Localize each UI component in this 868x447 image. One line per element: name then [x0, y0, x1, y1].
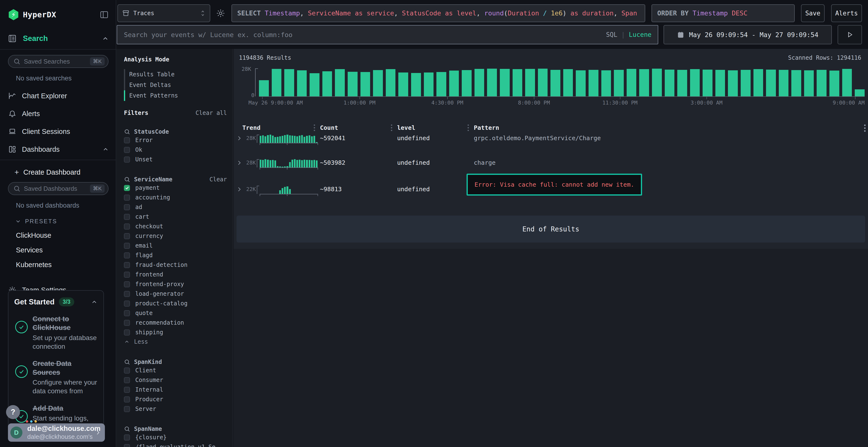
filter-checkbox-client[interactable]: Client: [124, 366, 227, 375]
checkbox-icon[interactable]: [124, 204, 130, 210]
chevron-up-icon[interactable]: [102, 35, 109, 42]
histogram-bar[interactable]: [703, 70, 712, 96]
chevron-up-icon[interactable]: [91, 299, 98, 305]
pattern-value[interactable]: Error: Visa cache full: cannot add new i…: [474, 180, 863, 196]
source-settings-button[interactable]: [215, 8, 227, 18]
clear-all-filters-link[interactable]: Clear all: [195, 110, 227, 116]
sidebar-collapse-icon[interactable]: [99, 10, 109, 19]
histogram-bar[interactable]: [259, 80, 269, 96]
histogram-bar[interactable]: [348, 72, 358, 96]
filter-checkbox-frontend-proxy[interactable]: frontend-proxy: [124, 280, 227, 289]
histogram-bar[interactable]: [842, 69, 852, 96]
histogram-bar[interactable]: [576, 70, 586, 96]
filter-checkbox-flagd[interactable]: flagd: [124, 251, 227, 260]
checkbox-icon[interactable]: [124, 157, 130, 163]
histogram-bar[interactable]: [513, 69, 523, 96]
histogram-bar[interactable]: [386, 69, 396, 96]
filter-checkbox-unset[interactable]: Unset: [124, 155, 227, 164]
analysis-mode-event-deltas[interactable]: Event Deltas: [124, 80, 227, 90]
filter-checkbox-internal[interactable]: Internal: [124, 385, 227, 394]
pattern-value[interactable]: charge: [474, 159, 863, 166]
histogram-bar[interactable]: [500, 69, 510, 96]
checkbox-icon[interactable]: [124, 444, 130, 447]
help-button[interactable]: ?: [6, 405, 20, 419]
checkbox-icon[interactable]: [124, 147, 130, 153]
checkbox-icon[interactable]: [124, 406, 130, 412]
column-resize-handle[interactable]: [391, 124, 392, 132]
lucene-mode-label[interactable]: Lucene: [629, 31, 651, 38]
filter-checkbox-recommendation[interactable]: recommendation: [124, 318, 227, 327]
filter-checkbox-payment[interactable]: payment: [124, 183, 227, 193]
checklist-item-connect[interactable]: Connect to ClickHouse Set up your databa…: [14, 314, 98, 351]
checkbox-icon[interactable]: [124, 397, 130, 403]
sidebar-item-dashboards[interactable]: Dashboards: [8, 145, 109, 153]
sidebar-item-client-sessions[interactable]: Client Sessions: [8, 128, 109, 136]
histogram-bar[interactable]: [715, 70, 725, 96]
presets-toggle[interactable]: PRESETS: [15, 218, 116, 225]
filter-checkbox-email[interactable]: email: [124, 241, 227, 250]
saved-dashboards-search[interactable]: ⌘K: [8, 182, 108, 195]
histogram-bar[interactable]: [297, 70, 307, 96]
column-resize-handle[interactable]: [467, 124, 469, 132]
histogram-bar[interactable]: [589, 70, 598, 96]
checkbox-icon[interactable]: [124, 330, 130, 336]
analysis-mode-event-patterns[interactable]: Event Patterns: [124, 90, 227, 101]
filter-checkbox-ad[interactable]: ad: [124, 203, 227, 212]
sidebar-item-chart-explorer[interactable]: Chart Explorer: [8, 92, 109, 100]
create-dashboard-button[interactable]: + Create Dashboard: [14, 168, 109, 177]
checkbox-icon[interactable]: [124, 224, 130, 230]
histogram-bar[interactable]: [652, 69, 662, 96]
filter-checkbox--closure-[interactable]: {closure}: [124, 433, 227, 442]
filter-checkbox-accounting[interactable]: accounting: [124, 193, 227, 202]
query-language-toggle[interactable]: SQL | Lucene: [606, 26, 651, 44]
histogram-bar[interactable]: [310, 73, 319, 96]
order-by-editor[interactable]: ORDER BY Timestamp DESC: [651, 4, 795, 22]
histogram-bar[interactable]: [487, 69, 497, 96]
histogram-bar[interactable]: [728, 70, 738, 96]
histogram-bar[interactable]: [563, 69, 573, 96]
histogram-bar[interactable]: [462, 70, 472, 96]
filter-checkbox-product-catalog[interactable]: product-catalog: [124, 299, 227, 308]
run-query-button[interactable]: [838, 25, 862, 44]
checkbox-icon[interactable]: [124, 310, 130, 316]
filter-group-clear-link[interactable]: Clear: [210, 176, 227, 183]
checkbox-icon[interactable]: [124, 233, 130, 239]
filter-checkbox-load-generator[interactable]: load-generator: [124, 289, 227, 299]
filter-checkbox-ok[interactable]: Ok: [124, 145, 227, 154]
histogram-bar[interactable]: [436, 72, 446, 96]
preset-item-services[interactable]: Services: [16, 246, 116, 254]
analysis-mode-results-table[interactable]: Results Table: [124, 69, 227, 80]
event-search-bar[interactable]: SQL | Lucene: [117, 25, 658, 44]
histogram-bar[interactable]: [804, 70, 814, 96]
filter-checkbox--flagd-evaluation-v1-se-[interactable]: /flagd.evaluation.v1.Se…: [124, 442, 227, 447]
filter-checkbox-fraud-detection[interactable]: fraud-detection: [124, 260, 227, 270]
sql-mode-label[interactable]: SQL: [606, 31, 617, 38]
histogram-bar[interactable]: [817, 70, 827, 96]
preset-item-clickhouse[interactable]: ClickHouse: [16, 232, 116, 239]
histogram-bar[interactable]: [766, 70, 776, 96]
histogram-bar[interactable]: [373, 70, 383, 96]
checkbox-icon[interactable]: [124, 272, 130, 278]
histogram-bar[interactable]: [335, 69, 345, 96]
column-header-count[interactable]: Count: [320, 124, 397, 131]
filter-checkbox-producer[interactable]: Producer: [124, 395, 227, 404]
filter-checkbox-checkout[interactable]: checkout: [124, 222, 227, 231]
histogram-bar[interactable]: [449, 71, 459, 96]
expand-row-chevron-icon[interactable]: [236, 186, 242, 193]
checkbox-icon[interactable]: [124, 262, 130, 268]
histogram-bar[interactable]: [639, 69, 649, 96]
histogram-bar[interactable]: [779, 70, 789, 96]
filter-checkbox-server[interactable]: Server: [124, 404, 227, 414]
checkbox-icon[interactable]: [124, 320, 130, 326]
column-header-trend[interactable]: Trend: [242, 124, 320, 131]
histogram-bar[interactable]: [855, 89, 865, 96]
checkbox-icon[interactable]: [124, 291, 130, 297]
histogram-bar[interactable]: [830, 71, 839, 96]
histogram-bar[interactable]: [753, 69, 763, 96]
checkbox-checked-icon[interactable]: [124, 185, 130, 191]
histogram-bar[interactable]: [627, 69, 637, 96]
expand-row-chevron-icon[interactable]: [236, 159, 242, 166]
column-resize-handle[interactable]: [314, 124, 315, 132]
saved-dashboards-input[interactable]: [24, 185, 90, 193]
time-range-picker[interactable]: May 26 09:09:54 - May 27 09:09:54: [663, 25, 832, 44]
